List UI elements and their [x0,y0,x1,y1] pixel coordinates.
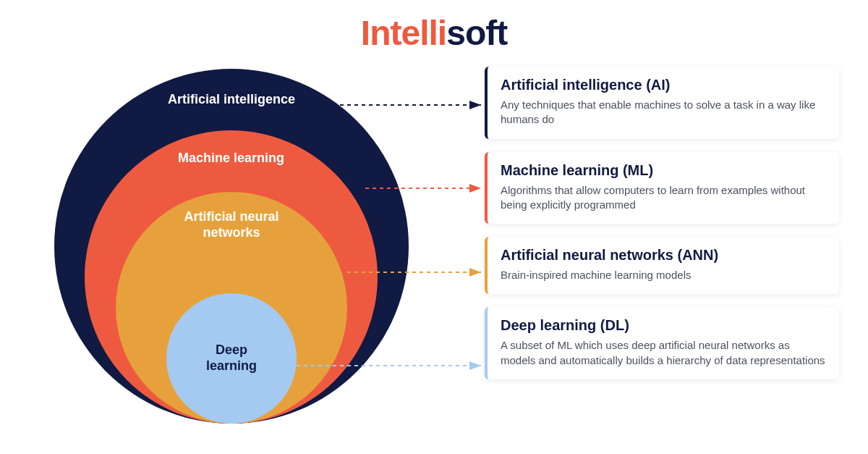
card-ml: Machine learning (ML) Algorithms that al… [485,152,839,224]
card-ai-desc: Any techniques that enable machines to s… [501,98,826,127]
logo-part2: soft [446,14,507,52]
card-ml-title: Machine learning (ML) [501,162,826,179]
logo-part1: Intelli [361,14,446,52]
logo: Intellisoft [361,13,507,53]
card-ai: Artificial intelligence (AI) Any techniq… [485,67,839,139]
card-dl: Deep learning (DL) A subset of ML which … [485,307,839,379]
card-dl-title: Deep learning (DL) [501,317,826,334]
card-ml-desc: Algorithms that allow computers to learn… [501,183,826,213]
circle-ai-label: Artificial intelligence [54,92,409,108]
circle-ann-label: Artificial neuralnetworks [116,209,347,240]
card-dl-desc: A subset of ML which uses deep artificia… [501,338,826,368]
card-ann-desc: Brain-inspired machine learning models [501,268,826,282]
circle-dl-label: Deeplearning [166,342,297,374]
definition-cards: Artificial intelligence (AI) Any techniq… [485,67,839,379]
card-ann-title: Artificial neural networks (ANN) [501,247,826,264]
card-ann: Artificial neural networks (ANN) Brain-i… [485,237,839,294]
circle-ml-label: Machine learning [85,151,378,167]
circle-dl: Deeplearning [166,293,297,424]
card-ai-title: Artificial intelligence (AI) [501,77,826,93]
